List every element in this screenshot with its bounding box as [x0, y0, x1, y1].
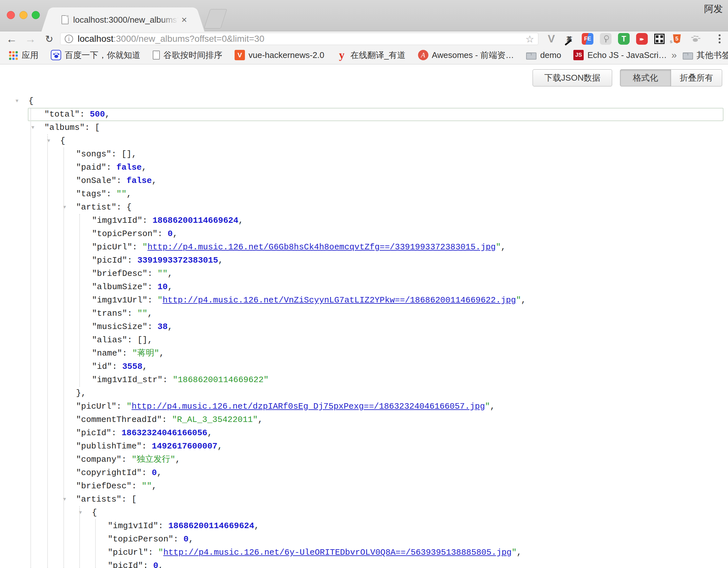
json-row: "name": "蒋明", [0, 347, 728, 360]
echojs-icon: JS [573, 50, 584, 60]
json-row: ▼"artist": { [0, 201, 728, 214]
awesomes-icon: A [418, 50, 428, 60]
json-row: "img1v1Id": 18686200114669624, [0, 214, 728, 227]
json-row: "songs": [], [0, 148, 728, 161]
json-url-link[interactable]: http://p4.music.126.net/VnZiScyynLG7atLI… [162, 295, 516, 305]
qr-code-icon[interactable] [654, 34, 665, 44]
youdao-icon: y [336, 50, 347, 60]
indent-guide [79, 506, 80, 568]
baidu-paw-icon [51, 50, 61, 60]
new-tab-button[interactable] [204, 9, 227, 28]
page-favicon-icon [61, 15, 69, 24]
bookmark-item[interactable]: 百度一下，你就知道 [51, 50, 140, 61]
folder-icon [526, 52, 536, 60]
collapse-triangle-icon[interactable]: ▼ [16, 95, 18, 108]
indent-guide [63, 148, 64, 568]
indent-guide [79, 214, 80, 387]
bookmark-item[interactable]: 应用 [8, 50, 39, 61]
bookmark-label: demo [540, 50, 561, 60]
json-row: "trans": "", [0, 307, 728, 320]
translate-pen-icon[interactable]: 英 [564, 33, 575, 45]
bookmark-item[interactable]: JS Echo JS - JavaScri… [573, 50, 667, 60]
url-bar[interactable]: i localhost:3000/new_albums?offset=0&lim… [60, 33, 538, 45]
vue-icon: V [235, 50, 245, 60]
json-row: "topicPerson": 0, [0, 533, 728, 546]
json-row: "briefDesc": "", [0, 480, 728, 493]
json-row: "albumSize": 10, [0, 280, 728, 294]
url-text: localhost:3000/new_albums?offset=0&limit… [78, 34, 522, 44]
other-bookmarks-folder[interactable]: 其他书签 [683, 50, 728, 61]
json-row: "alias": [], [0, 334, 728, 347]
back-button[interactable]: ← [5, 32, 19, 46]
bookmark-label: 在线翻译_有道 [350, 50, 405, 61]
json-row: "picId": 0, [0, 559, 728, 568]
json-row: }, [0, 387, 728, 400]
close-window-button[interactable] [7, 11, 15, 19]
json-row: "img1v1Id": 18686200114669624, [0, 519, 728, 533]
collapse-all-button[interactable]: 折叠所有 [671, 69, 722, 86]
tab-close-icon[interactable]: × [181, 15, 187, 25]
minimize-window-button[interactable] [19, 11, 28, 19]
json-row: ▼{ [0, 134, 728, 148]
page-info-icon[interactable]: i [65, 35, 73, 43]
page-icon [153, 50, 160, 60]
reload-button[interactable]: ↻ [42, 32, 56, 46]
forward-button[interactable]: → [23, 32, 38, 46]
fast-forward-icon[interactable]: ▸▸ [636, 33, 648, 45]
bookmark-item[interactable]: 谷歌按时间排序 [153, 50, 222, 61]
zoom-window-button[interactable] [32, 11, 40, 19]
json-row: "company": "独立发行", [0, 453, 728, 466]
json-row: ▼"albums": [ [0, 121, 728, 134]
format-button[interactable]: 格式化 [620, 69, 671, 86]
indent-guide [47, 134, 48, 568]
bookmark-label: 百度一下，你就知道 [65, 50, 140, 61]
json-row: "commentThreadId": "R_AL_3_35422011", [0, 413, 728, 427]
folder-icon [683, 52, 693, 60]
json-row: "tags": "", [0, 187, 728, 201]
json-row: "img1v1Url": "http://p4.music.126.net/Vn… [0, 294, 728, 307]
json-row: "publishTime": 1492617600007, [0, 440, 728, 453]
bookmark-item[interactable]: A Awesomes - 前端资… [418, 50, 514, 61]
json-row: "musicSize": 38, [0, 320, 728, 334]
bookmark-item[interactable]: demo [526, 50, 561, 60]
other-bookmarks-label: 其他书签 [697, 50, 728, 61]
bookmark-label: Awesomes - 前端资… [432, 50, 514, 61]
html5-icon[interactable]: 5s [671, 33, 683, 45]
person-pin-icon[interactable] [600, 33, 612, 45]
claw-icon[interactable] [689, 33, 701, 45]
tampermonkey-icon[interactable]: T [618, 33, 630, 45]
json-row: "picUrl": "http://p4.music.126.net/dzpIA… [0, 400, 728, 413]
bookmarks-overflow-icon[interactable]: » [667, 50, 681, 61]
json-url-link[interactable]: http://p4.music.126.net/dzpIARf0sEg_Dj75… [132, 402, 485, 411]
download-json-button[interactable]: 下载JSON数据 [533, 69, 612, 86]
json-url-link[interactable]: http://p4.music.126.net/6y-UleORITEDbvrO… [163, 548, 512, 557]
indent-guide [30, 108, 31, 568]
json-row: "paid": false, [0, 161, 728, 174]
json-row: ▼{ [0, 506, 728, 519]
apps-grid-icon [8, 50, 18, 60]
indent-guide [95, 519, 96, 568]
extensions-row: V英FET▸▸5s [546, 32, 701, 46]
json-row: "copyrightId": 0, [0, 466, 728, 480]
collapse-triangle-icon[interactable]: ▼ [31, 121, 34, 134]
bookmark-item[interactable]: y 在线翻译_有道 [336, 50, 405, 61]
json-row-highlighted: "total": 500, [28, 108, 723, 121]
json-row: ▼{ [0, 95, 728, 108]
bookmark-star-icon[interactable]: ☆ [525, 33, 534, 45]
chrome-menu-icon[interactable] [713, 32, 726, 46]
profile-name[interactable]: 阿发 [704, 3, 723, 16]
json-row: "briefDesc": "", [0, 267, 728, 280]
bookmark-label: Echo JS - JavaScri… [587, 50, 667, 60]
json-row: "picId": 18632324046166056, [0, 427, 728, 440]
bookmark-label: vue-hackernews-2.0 [248, 50, 324, 60]
bookmark-label: 应用 [22, 50, 39, 61]
browser-tab[interactable]: localhost:3000/new_albums?o × [53, 7, 193, 32]
page-content: 下载JSON数据 格式化 折叠所有 ▼{"total": 500,▼"album… [0, 65, 728, 568]
bookmarks-bar: 应用 百度一下，你就知道 谷歌按时间排序 V vue-hackernews-2.… [0, 46, 728, 64]
vimium-icon[interactable]: V [546, 33, 557, 45]
bookmark-item[interactable]: V vue-hackernews-2.0 [235, 50, 324, 60]
fe-icon[interactable]: FE [582, 33, 593, 45]
json-row: "topicPerson": 0, [0, 227, 728, 240]
json-url-link[interactable]: http://p4.music.126.net/G6Gb8hsCk4h8oemc… [148, 242, 496, 252]
json-row: "picUrl": "http://p4.music.126.net/6y-Ul… [0, 546, 728, 559]
